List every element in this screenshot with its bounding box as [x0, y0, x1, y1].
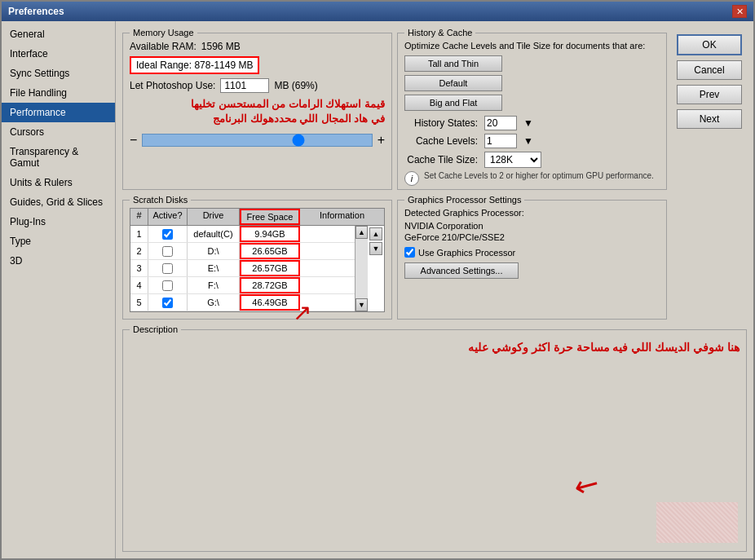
sidebar-item-cursors[interactable]: Cursors	[2, 122, 115, 142]
cancel-button[interactable]: Cancel	[677, 60, 742, 80]
big-flat-button[interactable]: Big and Flat	[404, 95, 502, 111]
memory-slider[interactable]	[142, 134, 372, 147]
next-button[interactable]: Next	[677, 109, 742, 129]
col-free-header: Free Space	[240, 209, 300, 225]
row-active[interactable]	[148, 226, 188, 242]
sidebar-item-units-rulers[interactable]: Units & Rulers	[2, 173, 115, 192]
title-bar: Preferences ✕	[2, 2, 753, 21]
row-drive: D:\	[188, 243, 240, 259]
row-num: 3	[130, 260, 148, 276]
description-annotation: هنا شوفي الديسك اللي فيه مساحة حرة اكثر …	[130, 341, 740, 354]
table-header: # Active? Drive Free Space Information	[130, 209, 384, 226]
use-gpu-checkbox[interactable]	[404, 247, 415, 258]
prev-button[interactable]: Prev	[677, 85, 742, 104]
cache-levels-input[interactable]	[484, 134, 517, 148]
right-spacer	[672, 195, 747, 320]
cache-tile-row: Cache Tile Size: 128K 256K 512K 1024K	[404, 152, 660, 168]
row-active[interactable]	[148, 277, 188, 293]
col-drive-header: Drive	[188, 209, 240, 225]
sidebar-item-interface[interactable]: Interface	[2, 44, 115, 64]
scroll-down-button[interactable]: ▼	[355, 298, 368, 311]
row-drive: G:\	[188, 294, 240, 311]
advanced-settings-button[interactable]: Advanced Settings...	[404, 262, 519, 279]
row-free: 26.65GB	[240, 243, 300, 259]
info-icon: i	[404, 171, 419, 186]
row-drive: default(C)	[188, 226, 240, 242]
ideal-range-label: Ideal Range:	[136, 60, 192, 71]
available-ram-label: Available RAM:	[130, 41, 196, 52]
move-up-button[interactable]: ▲	[369, 227, 382, 240]
table-row: 5 G:\ 46.49GB	[130, 294, 355, 311]
bottom-row: Scratch Disks # Active? Drive Free Space…	[122, 195, 747, 320]
row-drive: E:\	[188, 260, 240, 276]
row-active[interactable]	[148, 243, 188, 259]
red-arrow-icon: ↗	[293, 299, 311, 326]
row-drive: F:\	[188, 277, 240, 293]
row-free: 46.49GB	[240, 294, 300, 311]
row-num: 1	[130, 226, 148, 242]
row-num: 5	[130, 294, 148, 311]
history-states-input[interactable]	[484, 116, 517, 130]
table-body-wrapper: 1 default(C) 9.94GB 2	[130, 226, 384, 311]
sidebar-item-file-handling[interactable]: File Handling	[2, 83, 115, 103]
sidebar-item-guides-grid[interactable]: Guides, Grid & Slices	[2, 192, 115, 212]
row-info	[300, 277, 355, 293]
move-down-button[interactable]: ▼	[369, 242, 382, 255]
sidebar-item-transparency-gamut[interactable]: Transparency & Gamut	[2, 142, 115, 173]
col-active-header: Active?	[148, 209, 188, 225]
table-row: 3 E:\ 26.57GB	[130, 260, 355, 277]
sidebar-item-3d[interactable]: 3D	[2, 251, 115, 271]
available-ram-value: 1596 MB	[201, 41, 241, 52]
row-info	[300, 260, 355, 276]
description-arrow-icon: ↙	[568, 464, 607, 505]
sidebar-item-performance[interactable]: Performance	[2, 103, 115, 122]
row-free: 28.72GB	[240, 277, 300, 293]
slider-minus[interactable]: −	[130, 133, 137, 148]
cache-tile-select[interactable]: 128K 256K 512K 1024K	[484, 152, 541, 168]
sidebar-item-sync-settings[interactable]: Sync Settings	[2, 64, 115, 83]
description-panel: Description هنا شوفي الديسك اللي فيه مسا…	[122, 324, 747, 552]
col-info-header: Information	[300, 209, 384, 225]
let-photoshop-unit: MB (69%)	[274, 80, 317, 91]
use-gpu-label: Use Graphics Processor	[418, 248, 515, 258]
gpu-name: NVIDIA Corporation	[404, 221, 660, 231]
noise-artifact	[656, 502, 738, 543]
cache-levels-row: Cache Levels: ▼	[404, 134, 660, 148]
table-row: 4 F:\ 28.72GB	[130, 277, 355, 294]
scratch-disks-panel: Scratch Disks # Active? Drive Free Space…	[122, 195, 392, 320]
col-num-header: #	[130, 209, 148, 225]
row-active[interactable]	[148, 294, 188, 311]
default-button[interactable]: Default	[404, 75, 502, 91]
history-cache-desc: Optimize Cache Levels and Tile Size for …	[404, 41, 660, 51]
ideal-range-value: 878-1149 MB	[194, 60, 253, 71]
scroll-up-button[interactable]: ▲	[355, 226, 368, 239]
row-num: 2	[130, 243, 148, 259]
graphics-processor-panel: Graphics Processor Settings Detected Gra…	[397, 195, 667, 320]
sidebar-item-plug-ins[interactable]: Plug-Ins	[2, 212, 115, 231]
main-content: General Interface Sync Settings File Han…	[2, 21, 753, 558]
ok-button[interactable]: OK	[677, 34, 742, 55]
ideal-range-row: Ideal Range: 878-1149 MB	[130, 56, 385, 74]
row-num: 4	[130, 277, 148, 293]
tall-thin-button[interactable]: Tall and Thin	[404, 55, 502, 72]
table-body: 1 default(C) 9.94GB 2	[130, 226, 355, 311]
close-button[interactable]: ✕	[732, 5, 747, 18]
row-info	[300, 226, 355, 242]
memory-annotation: قيمة استهلاك الرامات من المستحسن تخليهاف…	[130, 97, 385, 126]
sidebar-item-general[interactable]: General	[2, 24, 115, 44]
history-cache-panel: History & Cache Optimize Cache Levels an…	[397, 28, 667, 190]
row-active[interactable]	[148, 260, 188, 276]
sidebar-item-type[interactable]: Type	[2, 231, 115, 251]
gpu-model: GeForce 210/PCIe/SSE2	[404, 232, 660, 242]
history-cache-title: History & Cache	[404, 28, 475, 37]
slider-plus[interactable]: +	[378, 133, 385, 148]
cache-levels-chevron[interactable]: ▼	[523, 135, 533, 147]
available-ram-row: Available RAM: 1596 MB	[130, 41, 385, 52]
main-area: Memory Usage Available RAM: 1596 MB Idea…	[116, 21, 753, 558]
history-states-chevron[interactable]: ▼	[523, 117, 533, 129]
row-free: 9.94GB	[240, 226, 300, 242]
history-states-row: History States: ▼	[404, 116, 660, 130]
scratch-disks-title: Scratch Disks	[130, 195, 191, 205]
right-buttons: OK Cancel Prev Next	[672, 28, 747, 190]
let-photoshop-input[interactable]	[220, 78, 269, 93]
